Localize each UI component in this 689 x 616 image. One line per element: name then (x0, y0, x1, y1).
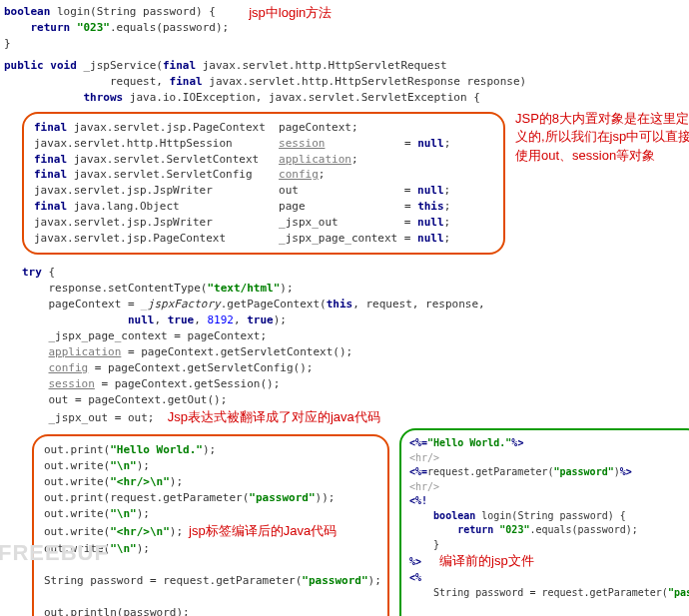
box-compiled-java: out.print("Hello World."); out.write("\n… (32, 434, 389, 616)
note-builtins: JSP的8大内置对象是在这里定义的,所以我们在jsp中可以直接使用out、ses… (515, 110, 689, 167)
code-login-method: boolean login(String password) { return … (4, 4, 229, 52)
note-compiled-java: jsp标签编译后的Java代码 (189, 523, 337, 538)
code-jspservice-sig: public void _jspService(final javax.serv… (4, 58, 689, 106)
note-expr-translated: Jsp表达式被翻译成了对应的java代码 (168, 409, 380, 424)
code-declarations: final javax.servlet.jsp.PageContext page… (34, 120, 493, 248)
code-original-jsp: <%="Hello World."%> <hr/> <%=request.get… (409, 436, 689, 616)
box-original-jsp: <%="Hello World."%> <hr/> <%=request.get… (399, 428, 689, 616)
note-login: jsp中login方法 (249, 4, 332, 23)
box-declarations: final javax.servlet.jsp.PageContext page… (22, 112, 505, 256)
code-try-block: try { response.setContentType("text/html… (22, 265, 689, 426)
note-original-jsp: 编译前的jsp文件 (439, 553, 534, 568)
code-compiled-java: out.print("Hello World."); out.write("\n… (44, 442, 377, 616)
